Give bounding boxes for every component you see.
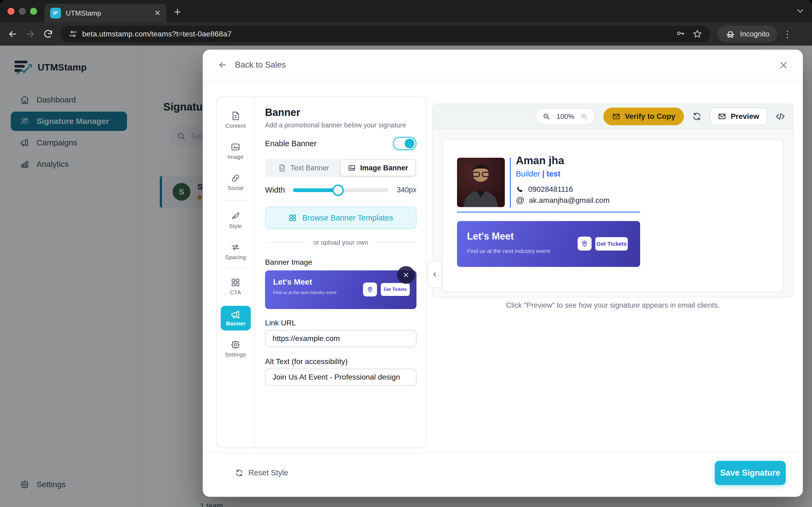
browser-menu-icon[interactable]: ⋮	[783, 29, 792, 40]
panel-subtitle: Add a promotional banner below your sign…	[265, 121, 416, 129]
modal-header: Back to Sales	[203, 50, 803, 80]
url-text: beta.utmstamp.com/teams?t=test-0ae868a7	[82, 30, 675, 38]
browser-toolbar: beta.utmstamp.com/teams?t=test-0ae868a7 …	[0, 22, 812, 46]
remove-banner-button[interactable]	[397, 266, 415, 284]
banner-cta-button: Get Tickets	[595, 237, 628, 250]
banner-form: Banner Add a promotional banner below yo…	[255, 97, 426, 447]
gear-icon	[231, 340, 241, 350]
banner-image-thumbnail[interactable]: Let's Meet Find us at the next industry …	[265, 270, 416, 309]
preview-hint: Click "Preview" to see how your signatur…	[432, 301, 794, 309]
tab-text-banner[interactable]: Text Banner	[266, 160, 341, 176]
browse-templates-label: Browse Banner Templates	[302, 214, 393, 222]
zoom-out-icon[interactable]	[543, 112, 551, 120]
enable-banner-label: Enable Banner	[265, 139, 317, 148]
at-icon: @	[516, 195, 524, 205]
code-icon[interactable]	[775, 111, 785, 121]
rail-tab-label: CTA	[217, 289, 254, 296]
link-url-input[interactable]	[265, 330, 416, 347]
tab-image-banner[interactable]: Image Banner	[341, 160, 415, 176]
banner-title: Let's Meet	[467, 231, 514, 242]
role-separator: |	[542, 170, 544, 178]
close-window-button[interactable]	[7, 8, 14, 15]
preview-button[interactable]: Preview	[710, 108, 767, 125]
megaphone-icon	[231, 309, 241, 320]
app-window: UTMStamp ✕ + beta.utmstamp.com/teams?t=t…	[0, 0, 812, 507]
envelope-icon	[612, 112, 620, 121]
verify-to-copy-button[interactable]: Verify to Copy	[603, 108, 684, 125]
back-icon[interactable]	[7, 29, 18, 39]
rail-tab-content[interactable]: Content	[217, 111, 254, 129]
rail-tab-label: Image	[217, 154, 254, 160]
signature-email: ak.amanjha@gmail.com	[529, 196, 610, 205]
signature-email-row: @ ak.amanjha@gmail.com	[516, 195, 610, 205]
or-upload-divider: or upload your own	[265, 239, 416, 246]
banner-cta-button: Get Tickets	[381, 283, 410, 296]
phone-icon	[516, 185, 524, 193]
incognito-label: Incognito	[740, 30, 770, 38]
window-controls[interactable]	[7, 8, 37, 15]
site-settings-icon[interactable]	[68, 29, 78, 39]
rail-tab-social[interactable]: Social	[217, 173, 254, 191]
back-button[interactable]: Back to Sales	[218, 60, 286, 70]
reload-icon[interactable]	[43, 29, 53, 39]
rail-tab-cta[interactable]: CTA	[217, 277, 254, 296]
incognito-badge: Incognito	[717, 26, 777, 42]
tab-search-chevron-icon[interactable]	[794, 5, 806, 17]
forward-icon[interactable]	[25, 29, 36, 39]
slider-knob[interactable]	[333, 184, 344, 196]
collapse-preview-handle[interactable]	[428, 261, 442, 288]
back-label: Back to Sales	[235, 60, 286, 70]
preview-banner: Let's Meet Find us at the next industry …	[457, 221, 640, 267]
signature-role: Builder | test	[516, 170, 560, 178]
alt-text-input[interactable]	[265, 369, 416, 386]
bookmark-star-icon[interactable]	[692, 29, 702, 39]
tab-close-icon[interactable]: ✕	[154, 9, 161, 17]
refresh-icon[interactable]	[692, 112, 702, 121]
tab-strip: UTMStamp ✕ +	[0, 0, 812, 22]
alt-text-label: Alt Text (for accessibility)	[265, 357, 416, 366]
tab-title: UTMStamp	[66, 9, 150, 17]
tab-label: Image Banner	[360, 164, 408, 172]
panel-title: Banner	[265, 107, 416, 118]
browser-chrome: UTMStamp ✕ + beta.utmstamp.com/teams?t=t…	[0, 0, 812, 46]
password-key-icon[interactable]	[675, 29, 685, 39]
rail-tab-image[interactable]: Image	[217, 142, 254, 160]
image-icon	[348, 164, 356, 172]
address-bar[interactable]: beta.utmstamp.com/teams?t=test-0ae868a7	[60, 26, 710, 42]
modal-footer: Reset Style Save Signature	[203, 452, 803, 497]
zoom-in-icon[interactable]	[580, 112, 588, 120]
rail-tab-label: Social	[217, 185, 254, 191]
arrows-left-right-icon	[231, 242, 241, 252]
paintbrush-icon	[231, 211, 241, 221]
rail-tab-style[interactable]: Style	[217, 211, 254, 229]
slider-fill	[293, 188, 338, 192]
banner-image-label: Banner Image	[265, 258, 416, 267]
arrow-left-icon	[218, 60, 227, 70]
grid-icon	[231, 277, 241, 288]
rail-tab-settings[interactable]: Settings	[217, 340, 254, 358]
save-signature-button[interactable]: Save Signature	[715, 461, 786, 485]
new-tab-button[interactable]: +	[174, 6, 181, 18]
envelope-icon	[718, 112, 726, 121]
file-text-icon	[278, 164, 286, 172]
signature-preview-panel: 100% Verify to Copy Preview	[432, 104, 794, 297]
role-text: Builder	[516, 170, 540, 178]
zoom-control: 100%	[536, 108, 595, 125]
rail-tab-label: Spacing	[217, 254, 254, 261]
rail-tab-spacing[interactable]: Spacing	[217, 242, 254, 261]
signature-card: Aman jha Builder | test 09028481116 @ ak…	[442, 139, 783, 292]
signature-rule	[457, 212, 640, 213]
signature-editor-modal: Back to Sales Content Image Social	[203, 50, 803, 497]
signature-phone: 09028481116	[528, 185, 573, 194]
reset-style-button[interactable]: Reset Style	[235, 468, 288, 477]
close-icon[interactable]	[778, 60, 789, 70]
rail-tab-banner-active[interactable]: Banner	[221, 306, 251, 331]
zoom-window-button[interactable]	[30, 8, 37, 15]
width-slider[interactable]	[293, 188, 389, 192]
banner-title: Let's Meet	[273, 277, 312, 286]
browse-templates-button[interactable]: Browse Banner Templates	[265, 207, 416, 229]
refresh-icon	[235, 469, 244, 477]
enable-banner-toggle[interactable]	[393, 137, 416, 150]
minimize-window-button[interactable]	[19, 8, 26, 15]
browser-tab[interactable]: UTMStamp ✕	[44, 4, 166, 22]
